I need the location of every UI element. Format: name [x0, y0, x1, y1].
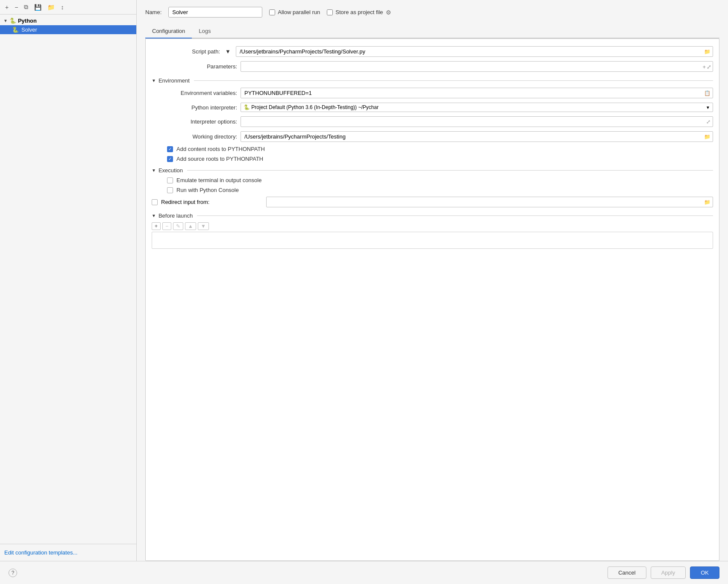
run-python-console-checkbox[interactable] — [167, 187, 173, 193]
tab-bar: Configuration Logs — [145, 24, 719, 38]
parameters-row: Parameters: + ⤢ — [146, 59, 719, 74]
environment-label: Environment — [159, 77, 190, 84]
expand-param-icon[interactable]: ⤢ — [707, 63, 711, 70]
copy-config-button[interactable]: ⧉ — [22, 3, 30, 12]
main-area: + − ⧉ 💾 📁 ↕ ▼ 🐍 Python 🐍 Solver — [0, 0, 728, 561]
env-vars-input[interactable] — [241, 88, 713, 98]
folder-browse-icon[interactable]: 📁 — [704, 49, 710, 55]
script-path-dropdown-button[interactable]: ▼ — [223, 48, 232, 55]
tree-group-label: Python — [18, 18, 37, 24]
section-divider — [194, 80, 713, 81]
before-launch-section: ▼ Before launch + − ✎ ▲ ▼ — [146, 209, 719, 249]
script-path-row: Script path: ▼ 📁 — [146, 44, 719, 59]
redirect-input-checkbox[interactable] — [152, 199, 158, 205]
interp-options-expand-icon[interactable]: ⤢ — [706, 119, 710, 125]
launch-edit-button[interactable]: ✎ — [173, 222, 183, 230]
before-launch-label: Before launch — [159, 212, 193, 219]
remove-config-button[interactable]: − — [13, 3, 20, 12]
python-interp-dropdown[interactable]: 🐍 Project Default (Python 3.6 (In-Depth-… — [241, 103, 713, 112]
add-param-icon[interactable]: + — [702, 63, 706, 70]
tree-group-python: ▼ 🐍 Python 🐍 Solver — [0, 16, 136, 34]
gear-icon[interactable]: ⚙ — [386, 9, 391, 16]
emulate-terminal-label: Emulate terminal in output console — [176, 177, 261, 183]
redirect-browse-icon[interactable]: 📁 — [704, 199, 710, 205]
env-vars-label: Environment variables: — [152, 90, 237, 96]
help-button[interactable]: ? — [9, 569, 17, 577]
sort-config-button[interactable]: ↕ — [59, 3, 65, 12]
redirect-label-group: Redirect input from: — [152, 199, 263, 205]
sidebar-tree: ▼ 🐍 Python 🐍 Solver — [0, 15, 136, 544]
execution-section-header: ▼ Execution — [146, 164, 719, 175]
working-dir-browse-icon[interactable]: 📁 — [704, 134, 710, 140]
section-divider — [187, 170, 713, 171]
tab-configuration[interactable]: Configuration — [145, 24, 192, 38]
launch-remove-button[interactable]: − — [162, 222, 171, 230]
python-interp-row: Python interpreter: 🐍 Project Default (P… — [146, 100, 719, 114]
python-icon: 🐍 — [9, 18, 16, 24]
section-divider — [197, 215, 713, 216]
execution-label: Execution — [159, 167, 183, 174]
parameters-input[interactable] — [241, 61, 713, 72]
sidebar: + − ⧉ 💾 📁 ↕ ▼ 🐍 Python 🐍 Solver — [0, 0, 137, 561]
tree-item-solver[interactable]: 🐍 Solver — [0, 25, 136, 34]
redirect-input-row: Redirect input from: 📁 — [146, 195, 719, 209]
config-content: Script path: ▼ 📁 Parameters: — [145, 38, 719, 561]
env-vars-browse-icon[interactable]: 📋 — [704, 90, 710, 96]
tree-item-label: Solver — [21, 27, 37, 33]
working-dir-field: 📁 — [241, 131, 713, 142]
launch-list — [152, 232, 713, 249]
interp-options-field: ⤢ — [241, 116, 713, 127]
add-content-roots-label: Add content roots to PYTHONPATH — [176, 146, 265, 152]
cancel-button[interactable]: Cancel — [608, 566, 646, 579]
store-project-label: Store as project file — [335, 9, 383, 15]
name-label: Name: — [145, 9, 161, 15]
add-content-roots-row: ✓ Add content roots to PYTHONPATH — [146, 144, 719, 154]
launch-up-button[interactable]: ▲ — [185, 222, 196, 230]
parameters-label: Parameters: — [152, 63, 237, 70]
folder-config-button[interactable]: 📁 — [46, 3, 56, 12]
add-source-roots-label: Add source roots to PYTHONPATH — [176, 156, 263, 162]
python-interp-field: 🐍 Project Default (Python 3.6 (In-Depth-… — [241, 103, 713, 112]
launch-toolbar: + − ✎ ▲ ▼ — [152, 221, 713, 232]
interp-options-input[interactable] — [241, 116, 713, 127]
launch-down-button[interactable]: ▼ — [198, 222, 209, 230]
ok-button[interactable]: OK — [690, 566, 719, 579]
emulate-terminal-checkbox[interactable] — [167, 177, 173, 183]
apply-button[interactable]: Apply — [651, 566, 686, 579]
save-config-button[interactable]: 💾 — [32, 3, 43, 12]
script-path-input[interactable] — [236, 46, 713, 57]
env-vars-field: 📋 — [241, 88, 713, 98]
chevron-down-icon: ▼ — [152, 213, 156, 218]
add-config-button[interactable]: + — [3, 3, 10, 12]
before-launch-header: ▼ Before launch — [152, 209, 713, 221]
add-source-roots-row: ✓ Add source roots to PYTHONPATH — [146, 154, 719, 164]
run-debug-dialog: + − ⧉ 💾 📁 ↕ ▼ 🐍 Python 🐍 Solver — [0, 0, 728, 584]
tab-logs[interactable]: Logs — [192, 24, 217, 38]
python-interp-value: 🐍 Project Default (Python 3.6 (In-Depth-… — [244, 104, 379, 110]
chevron-down-icon: ▼ — [225, 48, 231, 55]
store-project-checkbox[interactable] — [327, 9, 333, 15]
chevron-down-icon: ▼ — [3, 18, 8, 23]
interp-options-row: Interpreter options: ⤢ — [146, 114, 719, 129]
add-content-roots-checkbox[interactable]: ✓ — [167, 146, 173, 152]
redirect-input-input[interactable] — [266, 197, 713, 207]
name-input[interactable] — [168, 7, 262, 18]
env-vars-row: Environment variables: 📋 — [146, 86, 719, 100]
allow-parallel-group: Allow parallel run — [269, 9, 320, 15]
launch-add-button[interactable]: + — [152, 222, 161, 230]
allow-parallel-checkbox[interactable] — [269, 9, 275, 15]
environment-section-header: ▼ Environment — [146, 74, 719, 86]
right-panel: Name: Allow parallel run Store as projec… — [137, 0, 728, 561]
chevron-down-icon: ▼ — [152, 168, 156, 173]
add-source-roots-checkbox[interactable]: ✓ — [167, 156, 173, 162]
store-project-group: Store as project file ⚙ — [327, 9, 391, 16]
edit-templates-link[interactable]: Edit configuration templates... — [4, 549, 77, 556]
script-path-label: Script path: — [152, 48, 220, 55]
python-interp-label: Python interpreter: — [152, 104, 237, 111]
interp-options-label: Interpreter options: — [152, 118, 237, 125]
run-python-console-row: Run with Python Console — [146, 185, 719, 195]
working-dir-input[interactable] — [241, 131, 713, 142]
redirect-input-label: Redirect input from: — [161, 199, 209, 205]
name-row: Name: Allow parallel run Store as projec… — [145, 7, 719, 18]
tree-group-python-header[interactable]: ▼ 🐍 Python — [0, 16, 136, 25]
